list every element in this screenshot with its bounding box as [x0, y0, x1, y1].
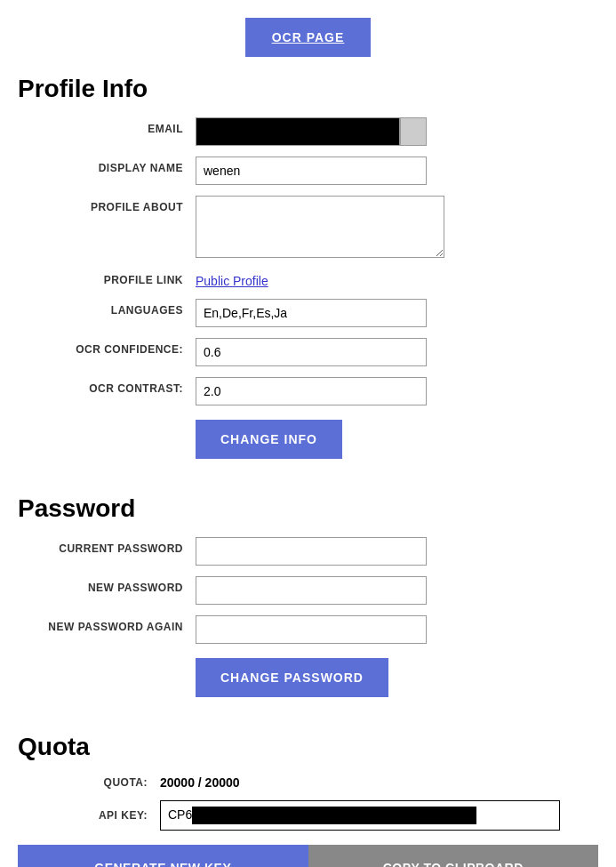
email-input[interactable] — [196, 117, 400, 146]
email-edit-button[interactable] — [400, 117, 427, 146]
ocr-contrast-row: OCR CONTRAST: — [18, 377, 598, 405]
ocr-contrast-label: OCR CONTRAST: — [18, 377, 196, 395]
new-password-label: NEW PASSWORD — [18, 576, 196, 594]
profile-link-anchor[interactable]: Public Profile — [196, 269, 268, 288]
profile-info-section: Profile Info EMAIL DISPLAY NAME PROFILE … — [18, 75, 598, 468]
quota-row: QUOTA: 20000 / 20000 — [18, 775, 598, 790]
api-key-text: CP6 — [168, 807, 476, 824]
new-password-input[interactable] — [196, 576, 427, 605]
generate-new-key-button[interactable]: GENERATE NEW KEY — [18, 845, 308, 867]
email-label: EMAIL — [18, 117, 196, 135]
change-info-button[interactable]: CHANGE INFO — [196, 420, 342, 459]
profile-info-title: Profile Info — [18, 75, 598, 103]
ocr-confidence-label: OCR CONFIDENCE: — [18, 338, 196, 356]
api-key-row: API KEY: CP6 — [18, 800, 598, 831]
api-key-label: API KEY: — [18, 809, 160, 822]
current-password-input[interactable] — [196, 537, 427, 566]
profile-link-label: PROFILE LINK — [18, 269, 196, 286]
current-password-label: CURRENT PASSWORD — [18, 537, 196, 555]
change-password-button[interactable]: CHANGE PASSWORD — [196, 658, 388, 697]
quota-label: QUOTA: — [18, 776, 160, 789]
email-input-wrapper — [196, 117, 427, 146]
languages-label: LANGUAGES — [18, 299, 196, 317]
email-row: EMAIL — [18, 117, 598, 146]
top-bar: OCR PAGE — [18, 9, 598, 75]
quota-section-title: Quota — [18, 733, 598, 761]
display-name-label: DISPLAY NAME — [18, 157, 196, 174]
display-name-input[interactable] — [196, 157, 427, 185]
new-password-row: NEW PASSWORD — [18, 576, 598, 605]
profile-about-label: PROFILE ABOUT — [18, 196, 196, 213]
profile-about-row: PROFILE ABOUT — [18, 196, 598, 258]
password-section-title: Password — [18, 494, 598, 523]
new-password-again-label: NEW PASSWORD AGAIN — [18, 615, 196, 633]
profile-link-row: PROFILE LINK Public Profile — [18, 269, 598, 288]
quota-button-row: GENERATE NEW KEY COPY TO CLIPBOARD — [18, 845, 598, 867]
ocr-contrast-input[interactable] — [196, 377, 427, 405]
profile-about-textarea[interactable] — [196, 196, 444, 258]
ocr-confidence-row: OCR CONFIDENCE: — [18, 338, 598, 366]
quota-value: 20000 / 20000 — [160, 775, 240, 790]
quota-section: Quota QUOTA: 20000 / 20000 API KEY: CP6 … — [18, 733, 598, 867]
password-section: Password CURRENT PASSWORD NEW PASSWORD N… — [18, 494, 598, 706]
change-info-btn-wrapper: CHANGE INFO — [18, 416, 598, 468]
languages-input[interactable] — [196, 299, 427, 327]
ocr-confidence-input[interactable] — [196, 338, 427, 366]
api-key-display: CP6 — [160, 800, 560, 831]
current-password-row: CURRENT PASSWORD — [18, 537, 598, 566]
change-password-btn-wrapper: CHANGE PASSWORD — [18, 654, 598, 706]
new-password-again-input[interactable] — [196, 615, 427, 644]
copy-to-clipboard-button[interactable]: COPY TO CLIPBOARD — [308, 845, 599, 867]
display-name-row: DISPLAY NAME — [18, 157, 598, 185]
new-password-again-row: NEW PASSWORD AGAIN — [18, 615, 598, 644]
languages-row: LANGUAGES — [18, 299, 598, 327]
ocr-page-button[interactable]: OCR PAGE — [245, 18, 372, 57]
